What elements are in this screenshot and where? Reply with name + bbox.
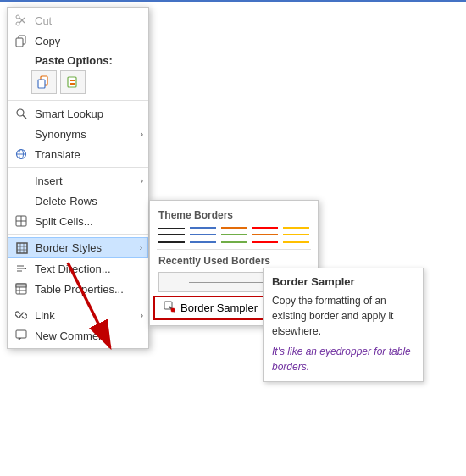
copy-label: Copy [35,35,60,47]
smart-lookup-label: Smart Lookup [35,108,103,120]
svg-rect-31 [16,330,26,338]
insert-label: Insert [35,174,63,187]
svg-rect-7 [38,80,45,88]
svg-rect-28 [16,284,26,287]
border-blue-2[interactable] [190,234,216,235]
delete-rows-label: Delete Rows [35,195,97,208]
border-orange-1[interactable] [221,227,247,229]
border-red-2[interactable] [252,241,278,243]
split-cells-label: Split Cells... [35,215,93,228]
tooltip-note: It's like an eyedropper for table border… [272,344,414,374]
border-orange-2[interactable] [252,234,278,235]
submenu-separator [157,249,311,250]
menu-item-synonyms[interactable]: Synonyms › [8,124,148,144]
border-blue-3[interactable] [190,241,216,243]
border-sampler-icon [164,301,175,315]
paste-options-label: Paste Options: [35,54,141,67]
search-icon [14,107,28,120]
menu-item-smart-lookup[interactable]: Smart Lookup [8,103,148,124]
paste-icons-row [31,70,141,94]
menu-item-delete-rows[interactable]: Delete Rows [8,191,148,211]
menu-item-translate[interactable]: Translate [8,144,148,164]
border-row-3 [150,238,318,246]
svg-line-12 [23,115,26,119]
border-yellow-3[interactable] [283,241,309,243]
border-blue-1[interactable] [190,227,216,229]
paste-options-section: Paste Options: [8,51,148,97]
border-yellow-2[interactable] [283,234,309,235]
svg-point-11 [17,109,24,116]
border-green-2[interactable] [221,241,247,243]
translate-label: Translate [35,148,80,161]
tooltip-box: Border Sampler Copy the formatting of an… [263,268,424,382]
border-sampler-label: Border Sampler [180,302,258,314]
svg-rect-9 [70,80,75,81]
table-properties-icon [14,282,28,296]
synonyms-label: Synonyms [35,128,86,141]
paste-icon-2[interactable] [60,70,86,94]
theme-borders-title: Theme Borders [150,208,318,224]
separator-after-paste [8,100,148,101]
svg-rect-10 [70,83,75,85]
svg-rect-5 [16,38,23,47]
svg-point-1 [16,15,19,19]
border-styles-icon [15,241,29,255]
tooltip-title: Border Sampler [272,275,414,288]
menu-item-split-cells[interactable]: Split Cells... [8,211,148,231]
tooltip-description: Copy the formatting of an existing borde… [272,293,414,339]
split-cells-icon [14,214,28,228]
border-row-2 [150,231,318,238]
insert-arrow-icon: › [141,176,143,185]
menu-item-cut[interactable]: Cut [8,10,148,30]
border-black-thick-1[interactable] [158,241,185,243]
svg-point-0 [16,22,19,25]
border-black-medium-1[interactable] [158,234,185,235]
svg-rect-8 [68,77,76,87]
translate-icon [14,147,28,161]
border-black-thin-1[interactable] [158,228,185,229]
copy-icon [14,34,28,47]
cut-label: Cut [35,14,52,27]
border-styles-label: Border Styles [36,241,102,254]
border-row-1 [150,224,318,231]
border-styles-arrow-icon: › [140,243,142,252]
paste-icon-1[interactable] [31,70,57,94]
border-green-1[interactable] [221,234,247,235]
red-arrow [42,254,144,373]
comment-icon [14,329,28,342]
border-red-1[interactable] [252,227,278,229]
text-direction-icon [14,262,28,275]
link-icon [14,308,28,322]
scissors-icon [14,14,28,27]
menu-item-insert[interactable]: Insert › [8,170,148,191]
synonyms-arrow-icon: › [141,130,143,139]
separator-1 [8,167,148,168]
svg-rect-34 [171,308,175,312]
border-yellow-1[interactable] [283,227,309,229]
menu-item-copy[interactable]: Copy [8,30,148,51]
svg-line-36 [68,263,110,347]
separator-2 [8,234,148,235]
svg-rect-19 [17,243,27,253]
